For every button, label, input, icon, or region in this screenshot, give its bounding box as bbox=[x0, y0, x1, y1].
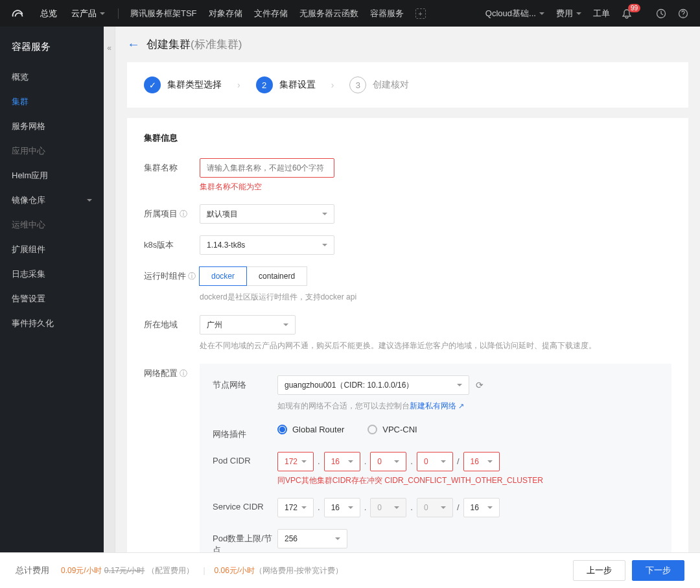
price-net-desc: （网络费用-按带宽计费） bbox=[255, 565, 343, 576]
sidebar-title: 容器服务 bbox=[0, 38, 104, 65]
sidebar-collapse[interactable]: « bbox=[104, 27, 115, 552]
label-cluster-name: 集群名称 bbox=[144, 158, 200, 174]
footer: 总计费用 0.09元/小时 0.17元/小时 （配置费用） | 0.06元/小时… bbox=[0, 552, 700, 588]
history-icon[interactable] bbox=[656, 8, 666, 19]
help-icon[interactable] bbox=[678, 8, 688, 19]
topbar: 总览 云产品 腾讯服务框架TSF 对象存储 文件存储 无服务器云函数 容器服务 … bbox=[0, 0, 700, 27]
sidebar-item-logs[interactable]: 日志采集 bbox=[0, 262, 104, 287]
refresh-icon[interactable]: ⟳ bbox=[476, 380, 484, 390]
footer-label: 总计费用 bbox=[16, 565, 49, 576]
chevron-down-icon bbox=[87, 199, 92, 204]
label-node-network: 节点网络 bbox=[213, 375, 277, 391]
quick-cfs[interactable]: 文件存储 bbox=[254, 8, 288, 19]
sidebar-item-helm[interactable]: Helm应用 bbox=[0, 163, 104, 188]
chevron-right-icon: › bbox=[237, 80, 240, 90]
label-svc-cidr: Service CIDR bbox=[213, 498, 277, 512]
svc-cidr-a[interactable]: 172 bbox=[277, 498, 314, 517]
price-net: 0.06元/小时 bbox=[215, 565, 255, 576]
sidebar-item-extensions[interactable]: 扩展组件 bbox=[0, 237, 104, 262]
runtime-containerd[interactable]: containerd bbox=[246, 266, 307, 286]
chevron-right-icon: › bbox=[331, 80, 334, 90]
sidebar-item-appcenter[interactable]: 应用中心 bbox=[0, 139, 104, 163]
region-select[interactable]: 广州 bbox=[200, 315, 296, 335]
create-vpc-link[interactable]: 新建私有网络 bbox=[410, 401, 464, 410]
svc-cidr-mask[interactable]: 16 bbox=[463, 498, 500, 517]
add-shortcut[interactable]: + bbox=[415, 8, 426, 19]
label-pod-cidr: Pod CIDR bbox=[213, 452, 277, 465]
region-hint: 处在不同地域的云产品内网不通，购买后不能更换。建议选择靠近您客户的地域，以降低访… bbox=[200, 340, 671, 352]
pod-cidr-b[interactable]: 16 bbox=[324, 452, 360, 471]
notification-badge: 99 bbox=[628, 4, 640, 12]
check-icon: ✓ bbox=[144, 76, 161, 93]
svc-cidr-c: 0 bbox=[370, 498, 406, 517]
cluster-name-input[interactable] bbox=[200, 158, 334, 178]
label-region: 所在地域 bbox=[144, 315, 200, 331]
sidebar-item-registry[interactable]: 镜像仓库 bbox=[0, 188, 104, 213]
node-network-hint: 如现有的网络不合适，您可以去控制台新建私有网络 bbox=[277, 400, 659, 412]
svc-cidr-b[interactable]: 16 bbox=[324, 498, 360, 517]
sidebar-item-overview[interactable]: 概览 bbox=[0, 65, 104, 89]
cluster-name-error: 集群名称不能为空 bbox=[200, 182, 671, 193]
nav-overview[interactable]: 总览 bbox=[40, 8, 57, 19]
prev-button[interactable]: 上一步 bbox=[573, 560, 625, 581]
svc-cidr-d: 0 bbox=[417, 498, 453, 517]
notification-icon[interactable]: 99 bbox=[622, 8, 644, 19]
sidebar-item-cluster[interactable]: 集群 bbox=[0, 89, 104, 114]
label-runtime: 运行时组件 bbox=[144, 266, 200, 282]
label-k8s: k8s版本 bbox=[144, 235, 200, 251]
runtime-hint: dockerd是社区版运行时组件，支持docker api bbox=[200, 291, 671, 303]
sidebar-item-events[interactable]: 事件持久化 bbox=[0, 311, 104, 336]
divider bbox=[118, 8, 119, 19]
sidebar-item-servicemesh[interactable]: 服务网格 bbox=[0, 114, 104, 139]
back-button[interactable]: ← bbox=[127, 37, 140, 52]
logo[interactable] bbox=[12, 8, 26, 19]
section-title: 集群信息 bbox=[144, 132, 671, 144]
content: ← 创建集群(标准集群) ✓ 集群类型选择 › 2 集群设置 › 3 创建核对 bbox=[115, 27, 700, 552]
pod-cidr-mask[interactable]: 16 bbox=[463, 452, 500, 471]
pod-cidr-d[interactable]: 0 bbox=[417, 452, 453, 471]
next-button[interactable]: 下一步 bbox=[632, 560, 684, 581]
label-pod-limit: Pod数量上限/节点 bbox=[213, 529, 277, 552]
pod-limit-select[interactable]: 256 bbox=[277, 529, 347, 548]
runtime-docker[interactable]: docker bbox=[199, 266, 247, 286]
project-select[interactable]: 默认项目 bbox=[200, 204, 334, 224]
form-card: 集群信息 集群名称 集群名称不能为空 所属项目 默认项目 k8s版本 1.14.… bbox=[127, 118, 688, 552]
network-subform: 节点网络 guangzhou001（CIDR: 10.1.0.0/16） ⟳ 如… bbox=[200, 364, 671, 552]
sidebar: 容器服务 概览 集群 服务网格 应用中心 Helm应用 镜像仓库 运维中心 扩展… bbox=[0, 27, 104, 552]
fee-dropdown[interactable]: 费用 bbox=[556, 8, 581, 19]
quick-scf[interactable]: 无服务器云函数 bbox=[299, 8, 358, 19]
pod-cidr-c[interactable]: 0 bbox=[370, 452, 406, 471]
chevron-left-icon: « bbox=[107, 43, 111, 53]
pod-cidr-a[interactable]: 172 bbox=[277, 452, 314, 471]
nav-products[interactable]: 云产品 bbox=[71, 8, 105, 19]
step-3: 3 创建核对 bbox=[349, 76, 409, 93]
node-network-select[interactable]: guangzhou001（CIDR: 10.1.0.0/16） bbox=[277, 375, 469, 395]
label-net-plugin: 网络插件 bbox=[213, 425, 277, 440]
radio-global-router[interactable]: Global Router bbox=[277, 425, 344, 434]
order-link[interactable]: 工单 bbox=[593, 8, 610, 19]
account-dropdown[interactable]: Qcloud基础... bbox=[485, 8, 544, 19]
price-config-old: 0.17元/小时 bbox=[104, 565, 145, 576]
price-config: 0.09元/小时 bbox=[61, 565, 102, 576]
sidebar-item-alarm[interactable]: 告警设置 bbox=[0, 287, 104, 311]
label-netconfig: 网络配置 bbox=[144, 364, 200, 379]
price-config-desc: （配置费用） bbox=[147, 565, 194, 576]
quick-cos[interactable]: 对象存储 bbox=[209, 8, 242, 19]
label-project: 所属项目 bbox=[144, 204, 200, 220]
pod-cidr-error: 同VPC其他集群CIDR存在冲突 CIDR_CONFLICT_WITH_OTHE… bbox=[277, 475, 659, 486]
page-title: 创建集群(标准集群) bbox=[146, 37, 242, 52]
quick-tsf[interactable]: 腾讯服务框架TSF bbox=[130, 8, 197, 19]
sidebar-item-ops[interactable]: 运维中心 bbox=[0, 213, 104, 237]
step-2[interactable]: 2 集群设置 bbox=[256, 76, 316, 93]
radio-vpc-cni[interactable]: VPC-CNI bbox=[368, 425, 417, 434]
steps-card: ✓ 集群类型选择 › 2 集群设置 › 3 创建核对 bbox=[127, 62, 688, 108]
k8s-select[interactable]: 1.14.3-tk8s bbox=[200, 235, 334, 255]
quick-tke[interactable]: 容器服务 bbox=[370, 8, 404, 19]
step-1[interactable]: ✓ 集群类型选择 bbox=[144, 76, 222, 93]
